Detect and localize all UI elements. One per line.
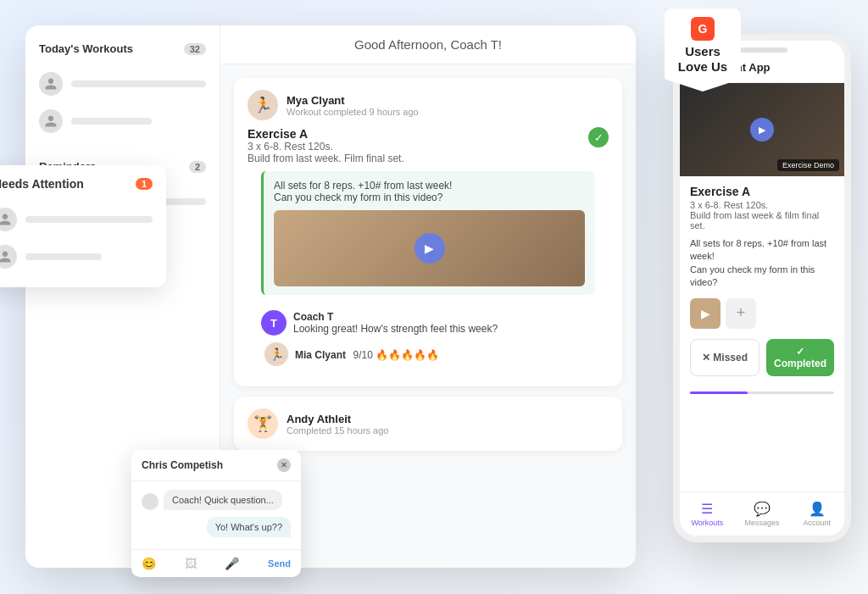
attention-skeleton-1 bbox=[25, 216, 153, 223]
chat-body: Coach! Quick question... Yo! What's up?? bbox=[131, 481, 301, 549]
missed-button[interactable]: ✕ Missed bbox=[690, 339, 760, 376]
client-reply-name: Mia Clyant bbox=[295, 349, 346, 361]
chat-popup-header: Chris Competish ✕ bbox=[131, 450, 301, 481]
nav-item-account[interactable]: 👤 Account bbox=[789, 501, 844, 527]
dashboard: Today's Workouts 32 bbox=[25, 25, 636, 568]
mic-icon[interactable]: 🎤 bbox=[225, 557, 239, 570]
chat-footer: 😊 🖼 🎤 Send bbox=[131, 549, 301, 577]
messages-nav-label: Messages bbox=[744, 519, 779, 527]
chat-message-incoming: Coach! Quick question... bbox=[142, 490, 291, 510]
workouts-nav-label: Workouts bbox=[691, 519, 723, 527]
app-exercise-title: Exercise A bbox=[690, 185, 834, 198]
app-detail-2: Build from last week & film final set. bbox=[690, 210, 819, 230]
workouts-nav-icon: ☰ bbox=[701, 501, 713, 517]
chat-close-button[interactable]: ✕ bbox=[277, 458, 291, 472]
sidebar-item-2[interactable] bbox=[39, 103, 206, 140]
g2-line2: Love Us bbox=[678, 59, 727, 74]
greeting-text: Good Afternoon, Coach T! bbox=[354, 37, 502, 52]
comment-line2: Can you check my form in this video? bbox=[274, 192, 442, 203]
mya-name: Mya Clyant bbox=[287, 94, 419, 107]
completed-button[interactable]: ✓ Completed bbox=[766, 339, 834, 376]
play-button-1[interactable]: ▶ bbox=[415, 233, 445, 264]
app-media-row: ▶ + bbox=[690, 298, 834, 329]
chat-popup: Chris Competish ✕ Coach! Quick question.… bbox=[131, 450, 301, 577]
app-detail-1: 3 x 6-8. Rest 120s. bbox=[690, 200, 768, 210]
app-add-media-button[interactable]: + bbox=[726, 298, 756, 329]
exercise-demo-label: Exercise Demo bbox=[777, 159, 839, 171]
attention-item-2[interactable] bbox=[0, 238, 153, 275]
exercise-row-1: Exercise A 3 x 6-8. Rest 120s. Build fro… bbox=[248, 127, 609, 164]
progress-bar-fill bbox=[690, 391, 748, 394]
g2-logo: G bbox=[691, 17, 715, 41]
needs-attention-title: Needs Attention bbox=[0, 177, 84, 191]
exercise-title-1: Exercise A bbox=[248, 127, 404, 141]
video-thumbnail-1[interactable]: ▶ bbox=[274, 210, 585, 286]
andy-time: Completed 15 hours ago bbox=[287, 425, 388, 436]
comment-text-1: All sets for 8 reps. +10# from last week… bbox=[274, 180, 585, 203]
attention-skeleton-2 bbox=[25, 253, 102, 260]
skeleton-name-2 bbox=[71, 118, 152, 125]
today-workouts-badge: 32 bbox=[184, 43, 206, 55]
chat-input-area: 😊 🖼 🎤 Send bbox=[142, 557, 291, 570]
comment-box-1: All sets for 8 reps. +10# from last week… bbox=[261, 171, 595, 295]
today-workouts-section: Today's Workouts 32 bbox=[39, 42, 206, 140]
mya-avatar: 🏃 bbox=[248, 90, 278, 120]
needs-attention-badge: 1 bbox=[136, 178, 153, 190]
coach-info: Coach T Looking great! How's strength fe… bbox=[293, 311, 498, 335]
today-workouts-header: Today's Workouts 32 bbox=[39, 42, 206, 55]
mobile-app: 🏃 Client App ▶ Exercise Demo Exercise A … bbox=[673, 34, 851, 542]
image-icon[interactable]: 🖼 bbox=[185, 557, 197, 570]
app-comment: All sets for 8 reps. +10# from last week… bbox=[690, 237, 834, 290]
nav-item-workouts[interactable]: ☰ Workouts bbox=[680, 501, 735, 527]
sidebar-item-1[interactable] bbox=[39, 65, 206, 103]
chat-contact-name: Chris Competish bbox=[142, 459, 223, 471]
client-reply-avatar: 🏃 bbox=[264, 342, 288, 366]
scene: Today's Workouts 32 bbox=[0, 0, 868, 594]
andy-avatar: 🏋 bbox=[248, 408, 278, 439]
mya-info: Mya Clyant Workout completed 9 hours ago bbox=[287, 94, 419, 117]
chat-send-button[interactable]: Send bbox=[268, 558, 291, 569]
main-header: Good Afternoon, Coach T! bbox=[220, 25, 636, 64]
app-body: Exercise A 3 x 6-8. Rest 120s. Build fro… bbox=[680, 176, 844, 409]
today-workouts-title: Today's Workouts bbox=[39, 42, 133, 55]
exercise-info: Exercise A 3 x 6-8. Rest 120s. Build fro… bbox=[248, 127, 404, 164]
andy-name: Andy Athleit bbox=[287, 413, 388, 425]
app-play-button[interactable]: ▶ bbox=[750, 118, 774, 142]
workout-card-1: 🏃 Mya Clyant Workout completed 9 hours a… bbox=[234, 78, 622, 386]
nav-item-messages[interactable]: 💬 Messages bbox=[735, 501, 790, 527]
mya-time: Workout completed 9 hours ago bbox=[287, 107, 419, 117]
progress-bar-container bbox=[690, 385, 834, 401]
app-video-thumb[interactable]: ▶ Exercise Demo bbox=[680, 83, 844, 176]
conversation-section: T Coach T Looking great! How's strength … bbox=[248, 302, 609, 375]
reminders-badge: 2 bbox=[189, 161, 206, 173]
emoji-icon[interactable]: 😊 bbox=[142, 557, 156, 570]
exercise-note-1: Build from last week. Film final set. bbox=[248, 153, 404, 164]
chat-sender-avatar bbox=[142, 493, 159, 510]
coach-message: T Coach T Looking great! How's strength … bbox=[261, 310, 595, 336]
attention-avatar-1 bbox=[0, 208, 17, 231]
account-nav-icon: 👤 bbox=[809, 501, 826, 517]
avatar-2 bbox=[39, 109, 63, 133]
g2-line1: Users bbox=[685, 44, 721, 58]
g2-text: Users Love Us bbox=[673, 44, 732, 75]
g2-logo-letter: G bbox=[698, 22, 708, 36]
client-reply-info: Mia Clyant 9/10 🔥🔥🔥🔥🔥 bbox=[295, 347, 439, 362]
exercise-detail-1: 3 x 6-8. Rest 120s. bbox=[248, 141, 404, 153]
workout-card-1-header: 🏃 Mya Clyant Workout completed 9 hours a… bbox=[234, 78, 622, 127]
workout-card-1-body: Exercise A 3 x 6-8. Rest 120s. Build fro… bbox=[234, 127, 622, 386]
account-nav-label: Account bbox=[803, 519, 831, 527]
g2-badge: G Users Love Us bbox=[665, 8, 741, 92]
attention-item-1[interactable] bbox=[0, 201, 153, 238]
feed-item-2: 🏋 Andy Athleit Completed 15 hours ago bbox=[234, 397, 622, 451]
app-video-mini[interactable]: ▶ bbox=[690, 298, 721, 329]
app-action-row: ✕ Missed ✓ Completed bbox=[690, 339, 834, 376]
skeleton-name-1 bbox=[71, 80, 206, 87]
chat-bubble-outgoing: Yo! What's up?? bbox=[207, 517, 291, 537]
coach-avatar: T bbox=[261, 310, 287, 336]
andy-info: Andy Athleit Completed 15 hours ago bbox=[287, 413, 388, 436]
comment-line1: All sets for 8 reps. +10# from last week… bbox=[274, 180, 452, 192]
chat-bubble-incoming: Coach! Quick question... bbox=[164, 490, 282, 510]
client-reply: 🏃 Mia Clyant 9/10 🔥🔥🔥🔥🔥 bbox=[261, 342, 595, 366]
app-nav: ☰ Workouts 💬 Messages 👤 Account bbox=[680, 491, 844, 536]
coach-name: Coach T bbox=[293, 311, 498, 323]
